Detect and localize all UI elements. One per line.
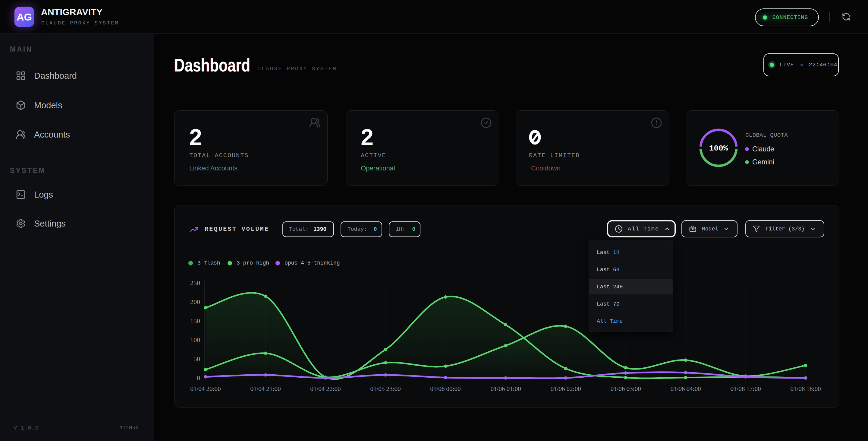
svg-text:200: 200 [190, 298, 200, 305]
svg-text:01/05 23:00: 01/05 23:00 [370, 385, 401, 392]
svg-text:50: 50 [193, 355, 200, 362]
svg-text:01/06 01:00: 01/06 01:00 [491, 385, 521, 392]
svg-text:01/06 00:00: 01/06 00:00 [430, 385, 461, 392]
svg-text:150: 150 [190, 317, 200, 325]
svg-text:100: 100 [190, 336, 200, 344]
svg-text:0: 0 [197, 374, 200, 382]
svg-text:01/06 03:00: 01/06 03:00 [611, 385, 641, 392]
svg-text:01/08 17:00: 01/08 17:00 [731, 385, 761, 392]
svg-text:01/04 22:00: 01/04 22:00 [310, 385, 341, 392]
svg-text:250: 250 [190, 279, 200, 287]
svg-text:01/04 20:00: 01/04 20:00 [190, 385, 221, 392]
svg-text:01/08 18:00: 01/08 18:00 [790, 385, 821, 392]
svg-text:100%: 100% [709, 144, 728, 153]
svg-text:01/04 21:00: 01/04 21:00 [250, 385, 281, 392]
svg-text:01/06 02:00: 01/06 02:00 [551, 385, 581, 392]
svg-text:01/06 04:00: 01/06 04:00 [671, 385, 701, 392]
